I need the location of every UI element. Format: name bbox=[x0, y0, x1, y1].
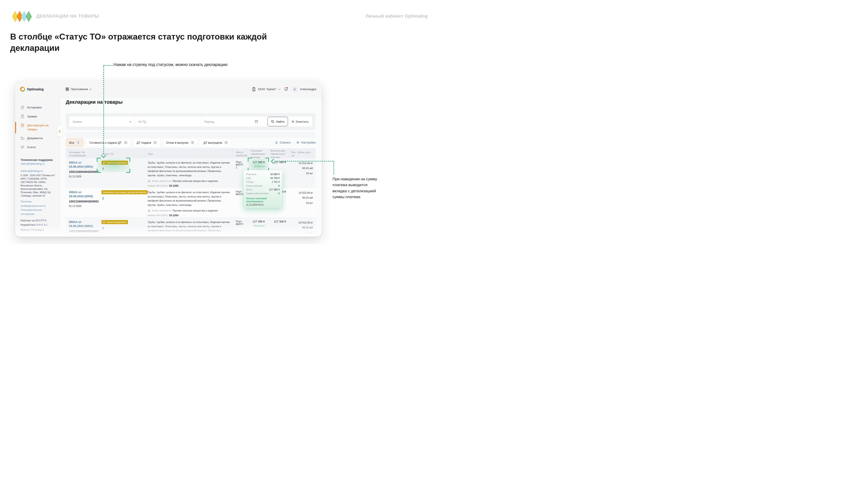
declaration-date: 01.12.2025 bbox=[69, 175, 96, 178]
tooltip-label: Итого bbox=[246, 188, 252, 192]
sidebar-item-label: Счета bbox=[27, 145, 35, 149]
apps-menu-button[interactable]: Приложения bbox=[66, 88, 91, 91]
user-name: Александра bbox=[300, 88, 316, 91]
clear-button-label: Очистить bbox=[296, 120, 309, 123]
wapps-logo: WAPPS bbox=[35, 219, 47, 222]
sidebar-item-invoices[interactable]: Счета bbox=[15, 143, 60, 152]
quantity-value: 10 шт bbox=[291, 171, 313, 176]
sidebar-item-label: Котировки bbox=[27, 105, 41, 109]
planned-payment[interactable]: 127 389 ¥ bbox=[250, 220, 265, 223]
declaration-date: 01.12.2025 bbox=[69, 205, 96, 207]
developed-by: Разработано AREAL bbox=[21, 223, 56, 226]
request-link[interactable]: 0002А от 25.06.2024 (0002) bbox=[69, 190, 96, 198]
td-number-input[interactable] bbox=[138, 120, 197, 124]
gear-icon bbox=[296, 141, 300, 144]
hazard-label: Класс опасности bbox=[152, 179, 171, 183]
download-declaration-icon[interactable] bbox=[101, 226, 105, 230]
chevron-down-icon bbox=[90, 88, 92, 90]
sidebar-nav: ₽ Котировки Заявки Декларации на товары … bbox=[15, 98, 60, 152]
tooltip-value: 1 751 ¥ bbox=[272, 180, 280, 184]
weight-value: 13 512,43 кг bbox=[291, 220, 313, 225]
site-link[interactable]: www.optimalog.ru bbox=[21, 169, 56, 173]
hazard-value: Прочие опасные вещества и изделия bbox=[173, 209, 218, 213]
page-header-title: ДЕКЛАРАЦИИ НА ТОВАРЫ bbox=[36, 13, 99, 19]
callout-dotted-line bbox=[333, 161, 334, 174]
chevron-down-icon bbox=[129, 120, 132, 123]
request-link[interactable]: 0001А от 25.06.2024 (0001) bbox=[69, 220, 96, 228]
search-button[interactable]: Найти bbox=[268, 117, 288, 126]
download-icon bbox=[275, 141, 278, 144]
cargo-description: Трубы, трубки, шланги и их фитинги, из п… bbox=[148, 220, 230, 236]
search-icon bbox=[271, 120, 274, 123]
weight-value: 13 512,43 кг bbox=[291, 190, 313, 195]
documents-folder-icon bbox=[21, 136, 24, 140]
tooltip-label: Пошлина bbox=[246, 172, 256, 176]
volume-value: 60,31 м3 bbox=[291, 166, 313, 170]
declaration-number: 10013160/040425/0001 bbox=[69, 230, 96, 233]
chevron-down-icon bbox=[278, 88, 281, 90]
sidebar-item-quotes[interactable]: ₽ Котировки bbox=[15, 103, 60, 112]
privacy-policy-link[interactable]: Политика конфиденциальности bbox=[21, 199, 56, 207]
callout-dotted-line bbox=[275, 161, 334, 162]
tooltip-label: Сборы bbox=[246, 180, 254, 184]
settings-label: Настройка bbox=[301, 141, 315, 144]
tab-all[interactable]: Все3 bbox=[66, 138, 84, 147]
bell-icon bbox=[284, 87, 288, 92]
declaration-date: 01.12.2025 bbox=[69, 234, 96, 236]
clear-x-icon bbox=[291, 121, 294, 123]
company-selector[interactable]: ООО "Ареал" bbox=[258, 88, 276, 91]
optimalog-ring-icon bbox=[20, 87, 25, 92]
tab-submitted[interactable]: ДТ подана0 bbox=[133, 138, 160, 147]
support-email-link[interactable]: sales@optimalog.ru bbox=[21, 162, 56, 165]
tooltip-value: 30 880 ¥ bbox=[270, 172, 280, 176]
tooltip-value: 0 bbox=[278, 192, 280, 195]
table-settings-button[interactable]: Настройка bbox=[296, 141, 315, 144]
tab-count-badge: 0 bbox=[224, 141, 228, 144]
tab-count-badge: 0 bbox=[153, 141, 157, 144]
sidebar-item-declarations[interactable]: Декларации на товары bbox=[15, 121, 60, 134]
status-badge: ДТ зарегистрирована bbox=[101, 220, 128, 224]
tooltip-value: 127 389 ¥ bbox=[269, 188, 280, 192]
notifications-button[interactable] bbox=[284, 87, 288, 92]
tab-count-badge: 3 bbox=[76, 141, 80, 144]
user-avatar[interactable]: А bbox=[292, 86, 298, 92]
download-table-button[interactable]: Скачать bbox=[275, 141, 291, 144]
optimalog-logo[interactable]: Optimalog bbox=[15, 80, 60, 98]
quotes-icon: ₽ bbox=[21, 105, 24, 109]
sidebar-item-requests[interactable]: Заявки bbox=[15, 112, 60, 121]
arrival-place: Порт ВМТП bbox=[233, 218, 248, 236]
tab-count-badge: 3 bbox=[124, 141, 128, 144]
quantity-value: 10 шт bbox=[291, 230, 313, 235]
chevron-left-icon bbox=[59, 130, 62, 133]
highlight-status-marker bbox=[97, 158, 129, 172]
app-window: Optimalog ₽ Котировки Заявки Декларации … bbox=[15, 80, 322, 236]
clear-filters-button[interactable]: Очистить bbox=[288, 120, 312, 123]
tab-released[interactable]: ДТ выпущена0 bbox=[200, 138, 231, 147]
tab-ready[interactable]: Готовность к подаче ДТ3 bbox=[86, 138, 131, 147]
tooltip-label: НДС bbox=[246, 176, 251, 180]
tab-refused[interactable]: Отказ в выпуске0 bbox=[163, 138, 198, 147]
declaration-number: 10013160/040425/0001 bbox=[69, 200, 96, 203]
download-declaration-icon[interactable] bbox=[101, 197, 105, 200]
company-icon bbox=[252, 87, 256, 92]
status-tabs: Все3 Готовность к подаче ДТ3 ДТ подана0 … bbox=[66, 138, 231, 147]
un-label: Номер UN (ООН) bbox=[148, 184, 167, 188]
apps-menu-label: Приложения bbox=[71, 88, 88, 91]
period-input[interactable] bbox=[204, 120, 255, 124]
sidebar-collapse-button[interactable] bbox=[57, 126, 62, 137]
callout-download-note: Нажав на стрелку под статусом, можно ска… bbox=[114, 62, 228, 67]
sidebar-item-documents[interactable]: Документы bbox=[15, 134, 60, 143]
version-label: Версия: 2.0.0-beta.2 bbox=[21, 228, 56, 231]
request-select[interactable]: Заявка bbox=[69, 117, 135, 127]
hazard-warning-icon bbox=[148, 209, 151, 212]
request-link[interactable]: 0001А от 25.06.2024 (0001) bbox=[69, 161, 96, 168]
payment-details-tooltip: Пошлина30 880 ¥ НДС94 758 ¥ Сборы1 751 ¥… bbox=[243, 170, 282, 208]
un-value: 33-1263 bbox=[169, 214, 178, 217]
callout-dotted-line bbox=[103, 66, 104, 154]
tutorial-slide: ДЕКЛАРАЦИИ НА ТОВАРЫ Личный кабинет Opti… bbox=[0, 0, 434, 244]
account-label: Личный кабинет Optimalog bbox=[366, 13, 428, 19]
cargo-description: Трубы, трубки, шланги и их фитинги, из п… bbox=[148, 161, 230, 177]
terms-link[interactable]: Пользовательское соглашение bbox=[21, 208, 56, 216]
sidebar-item-label: Заявки bbox=[27, 115, 37, 119]
volume-value: 60,31 м3 bbox=[291, 195, 313, 200]
